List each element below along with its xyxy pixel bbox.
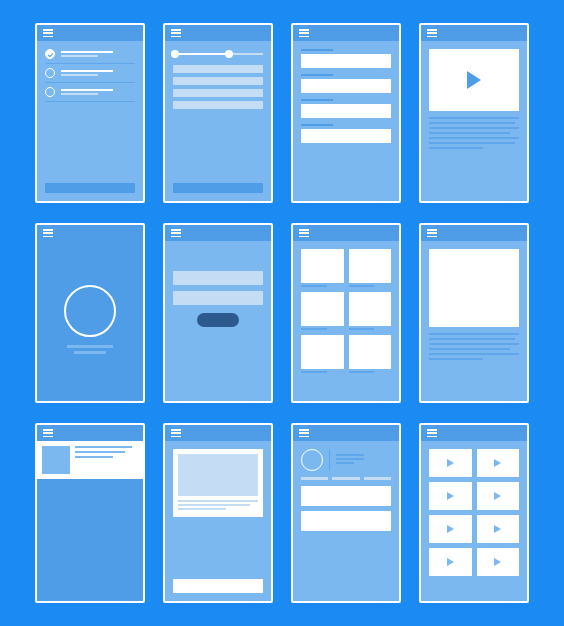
card-item[interactable] (349, 292, 392, 330)
profile-name (67, 345, 113, 348)
list-item[interactable] (45, 68, 135, 78)
bottom-action-bar[interactable] (45, 183, 135, 193)
hamburger-icon[interactable] (171, 29, 181, 37)
hamburger-icon[interactable] (427, 229, 437, 237)
video-thumbnail[interactable] (477, 482, 520, 510)
video-thumbnail[interactable] (429, 515, 472, 543)
hamburger-icon[interactable] (299, 229, 309, 237)
slider-handle-icon[interactable] (171, 50, 179, 58)
play-icon (447, 558, 454, 566)
text-input[interactable] (301, 79, 391, 93)
screen-form (291, 23, 401, 203)
video-thumbnail[interactable] (429, 482, 472, 510)
field-label (301, 49, 333, 51)
screen-slider-list (163, 23, 273, 203)
avatar-icon (301, 449, 323, 471)
post-card (173, 449, 263, 517)
video-thumbnail[interactable] (477, 515, 520, 543)
play-icon (447, 525, 454, 533)
list-item (173, 89, 263, 97)
screen-header-panel (35, 423, 145, 603)
hamburger-icon[interactable] (427, 429, 437, 437)
play-icon (494, 459, 501, 467)
hero-image (429, 249, 519, 327)
topbar (293, 225, 399, 241)
post-image (178, 454, 258, 496)
field-label (301, 74, 333, 76)
radio-icon[interactable] (45, 68, 55, 78)
text-input[interactable] (301, 104, 391, 118)
screen-card-grid (291, 223, 401, 403)
field-label (301, 99, 333, 101)
password-input[interactable] (173, 291, 263, 305)
slider-handle-icon[interactable] (225, 50, 233, 58)
screen-image-article (419, 223, 529, 403)
card-item[interactable] (301, 249, 344, 287)
article-text (429, 117, 519, 152)
list-item[interactable] (45, 87, 135, 97)
list-item (173, 101, 263, 109)
radio-icon[interactable] (45, 87, 55, 97)
thumbnail-icon (42, 446, 70, 474)
screen-profile-tabs (291, 423, 401, 603)
header-card (37, 441, 143, 479)
username-input[interactable] (173, 271, 263, 285)
hamburger-icon[interactable] (171, 429, 181, 437)
topbar (37, 25, 143, 41)
hamburger-icon[interactable] (43, 229, 53, 237)
screen-profile-splash (35, 223, 145, 403)
topbar (37, 225, 143, 241)
topbar (421, 225, 527, 241)
video-thumbnail[interactable] (429, 449, 472, 477)
hamburger-icon[interactable] (171, 229, 181, 237)
screen-video-grid (419, 423, 529, 603)
text-input[interactable] (301, 129, 391, 143)
content-panel (301, 486, 391, 506)
play-icon (447, 492, 454, 500)
hamburger-icon[interactable] (427, 29, 437, 37)
topbar (165, 225, 271, 241)
card-item[interactable] (349, 249, 392, 287)
radio-checked-icon[interactable] (45, 49, 55, 59)
screen-checklist (35, 23, 145, 203)
content-panel (37, 479, 143, 601)
play-icon (494, 492, 501, 500)
tab[interactable] (301, 477, 328, 480)
card-item[interactable] (301, 292, 344, 330)
play-icon[interactable] (467, 71, 481, 89)
bottom-action-bar[interactable] (173, 183, 263, 193)
topbar (293, 425, 399, 441)
play-icon (447, 459, 454, 467)
screen-video-article (419, 23, 529, 203)
tab[interactable] (332, 477, 359, 480)
hamburger-icon[interactable] (299, 29, 309, 37)
topbar (37, 425, 143, 441)
screen-post-comment (163, 423, 273, 603)
card-item[interactable] (301, 335, 344, 373)
video-thumbnail[interactable] (477, 548, 520, 576)
video-player[interactable] (429, 49, 519, 111)
list-item[interactable] (45, 49, 135, 59)
text-input[interactable] (301, 54, 391, 68)
video-thumbnail[interactable] (429, 548, 472, 576)
hamburger-icon[interactable] (299, 429, 309, 437)
topbar (165, 25, 271, 41)
range-slider[interactable] (173, 49, 263, 59)
hamburger-icon[interactable] (43, 429, 53, 437)
card-item[interactable] (349, 335, 392, 373)
profile-stats (336, 454, 364, 466)
wireframe-grid (35, 23, 529, 603)
tab[interactable] (364, 477, 391, 480)
play-icon (494, 525, 501, 533)
submit-button[interactable] (197, 313, 239, 327)
play-icon (494, 558, 501, 566)
field-label (301, 124, 333, 126)
comment-input[interactable] (173, 579, 263, 593)
hamburger-icon[interactable] (43, 29, 53, 37)
content-panel (301, 511, 391, 531)
tab-bar (301, 477, 391, 480)
video-thumbnail[interactable] (477, 449, 520, 477)
topbar (165, 425, 271, 441)
list-item (173, 65, 263, 73)
topbar (421, 425, 527, 441)
